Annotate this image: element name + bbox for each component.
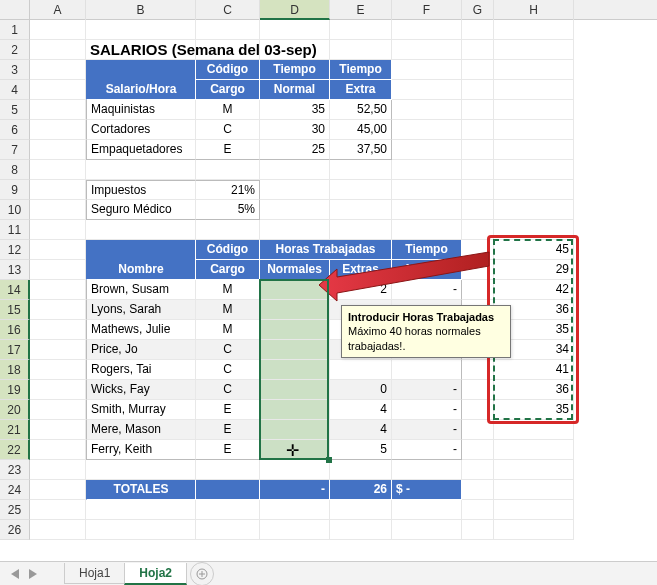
- cell[interactable]: [30, 260, 86, 280]
- cell[interactable]: 2: [330, 280, 392, 300]
- row-header[interactable]: 3: [0, 60, 30, 80]
- header-extra[interactable]: Extra: [330, 80, 392, 100]
- cell[interactable]: [30, 380, 86, 400]
- row-header[interactable]: 18: [0, 360, 30, 380]
- row-header[interactable]: 6: [0, 120, 30, 140]
- cell[interactable]: 4: [330, 420, 392, 440]
- cell[interactable]: [86, 460, 196, 480]
- cell[interactable]: [462, 80, 494, 100]
- header-nombre[interactable]: [86, 240, 196, 260]
- cell[interactable]: [30, 120, 86, 140]
- header-tiempo[interactable]: Tiempo: [392, 240, 462, 260]
- cell-grid[interactable]: SALARIOS (Semana del 03-sep) Código Tiem…: [30, 20, 657, 540]
- cell[interactable]: [494, 80, 574, 100]
- cell[interactable]: [392, 520, 462, 540]
- header-tiempo-normal[interactable]: Normal: [392, 260, 462, 280]
- cell[interactable]: [494, 160, 574, 180]
- row-header[interactable]: 10: [0, 200, 30, 220]
- col-header-C[interactable]: C: [196, 0, 260, 20]
- cell[interactable]: [30, 300, 86, 320]
- col-header-D[interactable]: D: [260, 0, 330, 20]
- cell[interactable]: [462, 280, 494, 300]
- cell[interactable]: 29: [494, 260, 574, 280]
- cell[interactable]: [462, 200, 494, 220]
- cell[interactable]: E: [196, 400, 260, 420]
- row-header[interactable]: 21: [0, 420, 30, 440]
- cell[interactable]: Wicks, Fay: [86, 380, 196, 400]
- cell[interactable]: [462, 360, 494, 380]
- cell[interactable]: [196, 520, 260, 540]
- totales-label[interactable]: TOTALES: [86, 480, 196, 500]
- cell[interactable]: [260, 180, 330, 200]
- row-header[interactable]: 17: [0, 340, 30, 360]
- cell[interactable]: [260, 400, 330, 420]
- cell[interactable]: [86, 160, 196, 180]
- cell[interactable]: [494, 200, 574, 220]
- cell[interactable]: [30, 60, 86, 80]
- cell[interactable]: 41: [494, 360, 574, 380]
- cell[interactable]: [30, 220, 86, 240]
- cell[interactable]: Mathews, Julie: [86, 320, 196, 340]
- cell[interactable]: [494, 140, 574, 160]
- header-codigo[interactable]: Código: [196, 240, 260, 260]
- row-header[interactable]: 11: [0, 220, 30, 240]
- cell[interactable]: [462, 500, 494, 520]
- cell[interactable]: [30, 280, 86, 300]
- cell[interactable]: [494, 480, 574, 500]
- cell[interactable]: [86, 500, 196, 520]
- cell[interactable]: [392, 200, 462, 220]
- cell[interactable]: E: [196, 440, 260, 460]
- row-header[interactable]: 22: [0, 440, 30, 460]
- cell[interactable]: M: [196, 280, 260, 300]
- new-sheet-button[interactable]: [190, 562, 214, 586]
- cell[interactable]: E: [196, 420, 260, 440]
- cell[interactable]: [392, 500, 462, 520]
- cell[interactable]: C: [196, 380, 260, 400]
- cell[interactable]: [392, 120, 462, 140]
- cell[interactable]: [260, 460, 330, 480]
- cell[interactable]: [30, 420, 86, 440]
- row-header[interactable]: 4: [0, 80, 30, 100]
- cell[interactable]: [462, 120, 494, 140]
- cell[interactable]: 45: [494, 240, 574, 260]
- cell[interactable]: 30: [260, 120, 330, 140]
- cell[interactable]: [30, 180, 86, 200]
- cell[interactable]: [392, 220, 462, 240]
- cell[interactable]: 35: [494, 400, 574, 420]
- cell[interactable]: [260, 160, 330, 180]
- cell[interactable]: [30, 520, 86, 540]
- cell[interactable]: [30, 20, 86, 40]
- cell[interactable]: [494, 440, 574, 460]
- cell[interactable]: [392, 160, 462, 180]
- col-header-E[interactable]: E: [330, 0, 392, 20]
- cell[interactable]: [494, 220, 574, 240]
- row-header[interactable]: 20: [0, 400, 30, 420]
- cell[interactable]: [462, 440, 494, 460]
- cell[interactable]: [260, 320, 330, 340]
- header-nombre[interactable]: Nombre: [86, 260, 196, 280]
- cell[interactable]: M: [196, 320, 260, 340]
- cell[interactable]: [494, 420, 574, 440]
- cell[interactable]: [30, 440, 86, 460]
- cell[interactable]: [196, 220, 260, 240]
- header-normal[interactable]: Normal: [260, 80, 330, 100]
- cell[interactable]: 0: [330, 380, 392, 400]
- cell[interactable]: M: [196, 300, 260, 320]
- cell[interactable]: [260, 220, 330, 240]
- cell[interactable]: 21%: [196, 180, 260, 200]
- cell[interactable]: 52,50: [330, 100, 392, 120]
- cell[interactable]: [494, 180, 574, 200]
- cell[interactable]: E: [196, 140, 260, 160]
- cell[interactable]: [30, 80, 86, 100]
- cell[interactable]: [462, 460, 494, 480]
- row-header[interactable]: 15: [0, 300, 30, 320]
- col-header-A[interactable]: A: [30, 0, 86, 20]
- cell[interactable]: Smith, Murray: [86, 400, 196, 420]
- cell[interactable]: -: [392, 380, 462, 400]
- cell[interactable]: [260, 200, 330, 220]
- cell[interactable]: Cortadores: [86, 120, 196, 140]
- row-header[interactable]: 19: [0, 380, 30, 400]
- row-header[interactable]: 16: [0, 320, 30, 340]
- cell[interactable]: [260, 280, 330, 300]
- cell[interactable]: [330, 220, 392, 240]
